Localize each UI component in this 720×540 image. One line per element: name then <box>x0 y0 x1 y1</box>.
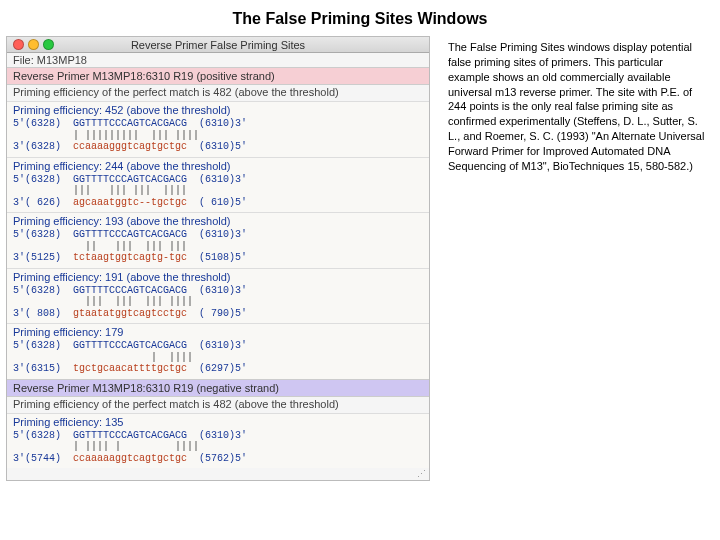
mac-window: Reverse Primer False Priming Sites File:… <box>6 36 430 481</box>
file-label: File: M13MP18 <box>7 53 429 67</box>
priming-site: Priming efficiency: 191 (above the thres… <box>7 268 429 324</box>
alignment-bars: | |||| <box>13 352 423 364</box>
alignment-bars: | |||| | |||| <box>13 441 423 453</box>
resize-handle-icon[interactable]: ⋰ <box>7 468 429 480</box>
primer-sequence: 5'(6328) GGTTTTCCCAGTCACGACG (6310)3' <box>13 229 423 241</box>
page-title: The False Priming Sites Windows <box>0 0 720 36</box>
alignment-bars: | ||||||||| ||| |||| <box>13 130 423 142</box>
primer-sequence: 5'(6328) GGTTTTCCCAGTCACGACG (6310)3' <box>13 340 423 352</box>
priming-site: Priming efficiency: 452 (above the thres… <box>7 101 429 157</box>
target-sequence: 3'(5744) ccaaaaaggtcagtgctgc (5762)5' <box>13 453 423 465</box>
negative-strand-header: Reverse Primer M13MP18:6310 R19 (negativ… <box>7 379 429 397</box>
alignment-bars: ||| ||| ||| |||| <box>13 296 423 308</box>
alignment-bars: ||| ||| ||| |||| <box>13 185 423 197</box>
target-sequence: 3'(6315) tgctgcaacattttgctgc (6297)5' <box>13 363 423 375</box>
primer-sequence: 5'(6328) GGTTTTCCCAGTCACGACG (6310)3' <box>13 430 423 442</box>
negative-strand-efficiency: Priming efficiency of the perfect match … <box>7 397 429 413</box>
site-efficiency-label: Priming efficiency: 244 (above the thres… <box>13 160 423 174</box>
positive-strand-efficiency: Priming efficiency of the perfect match … <box>7 85 429 101</box>
primer-sequence: 5'(6328) GGTTTTCCCAGTCACGACG (6310)3' <box>13 118 423 130</box>
primer-sequence: 5'(6328) GGTTTTCCCAGTCACGACG (6310)3' <box>13 285 423 297</box>
site-efficiency-label: Priming efficiency: 135 <box>13 416 423 430</box>
description-text: The False Priming Sites windows display … <box>448 36 714 481</box>
target-sequence: 3'( 626) agcaaatggtc--tgctgc ( 610)5' <box>13 197 423 209</box>
target-sequence: 3'(5125) tctaagtggtcagtg-tgc (5108)5' <box>13 252 423 264</box>
site-efficiency-label: Priming efficiency: 193 (above the thres… <box>13 215 423 229</box>
positive-strand-header: Reverse Primer M13MP18:6310 R19 (positiv… <box>7 67 429 85</box>
titlebar: Reverse Primer False Priming Sites <box>7 37 429 53</box>
priming-site: Priming efficiency: 244 (above the thres… <box>7 157 429 213</box>
priming-site: Priming efficiency: 193 (above the thres… <box>7 212 429 268</box>
alignment-bars: || ||| ||| ||| <box>13 241 423 253</box>
target-sequence: 3'( 808) gtaatatggtcagtcctgc ( 790)5' <box>13 308 423 320</box>
screenshot-panel: Reverse Primer False Priming Sites File:… <box>6 36 430 481</box>
site-efficiency-label: Priming efficiency: 452 (above the thres… <box>13 104 423 118</box>
target-sequence: 3'(6328) ccaaaagggtcagtgctgc (6310)5' <box>13 141 423 153</box>
site-efficiency-label: Priming efficiency: 191 (above the thres… <box>13 271 423 285</box>
priming-site: Priming efficiency: 1355'(6328) GGTTTTCC… <box>7 413 429 469</box>
site-efficiency-label: Priming efficiency: 179 <box>13 326 423 340</box>
content-area: Reverse Primer False Priming Sites File:… <box>0 36 720 481</box>
priming-site: Priming efficiency: 1795'(6328) GGTTTTCC… <box>7 323 429 379</box>
primer-sequence: 5'(6328) GGTTTTCCCAGTCACGACG (6310)3' <box>13 174 423 186</box>
window-title: Reverse Primer False Priming Sites <box>7 39 429 51</box>
